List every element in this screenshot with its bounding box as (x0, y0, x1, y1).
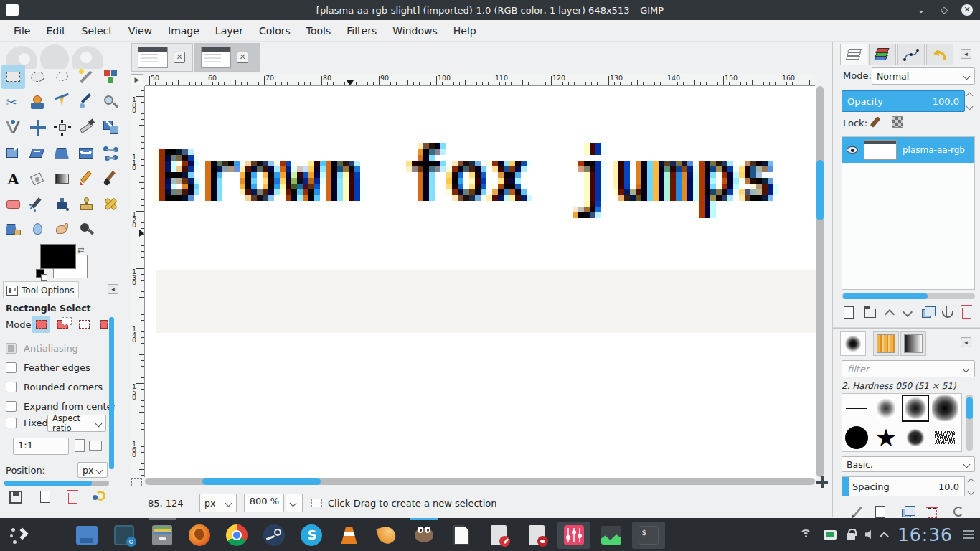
lock-alpha-icon[interactable] (892, 116, 903, 128)
tool-text[interactable]: A (1, 166, 25, 191)
duplicate-brush-button[interactable] (902, 509, 911, 517)
tool-ink[interactable] (50, 192, 74, 217)
tool-clone[interactable] (75, 192, 98, 217)
expand-tray-icon[interactable] (880, 532, 889, 541)
tool-scissors-select[interactable]: ✂ (1, 90, 25, 115)
tool-measure[interactable] (1, 116, 25, 140)
brush-star[interactable]: ★ (872, 423, 900, 452)
layer-mode-dropdown[interactable]: Normal (872, 67, 975, 85)
tab-paths[interactable] (897, 44, 925, 65)
raise-layer-button[interactable] (885, 309, 895, 319)
taskbar-app-text-editor[interactable] (482, 522, 515, 549)
tool-shear[interactable] (26, 141, 50, 166)
tab-undo-history[interactable] (926, 44, 953, 65)
mode-replace-button[interactable] (32, 316, 50, 333)
restore-presets-button[interactable] (40, 491, 50, 503)
tab-gradients[interactable] (900, 331, 926, 356)
brush-grid-vscrollbar[interactable] (966, 395, 973, 451)
tool-paths[interactable] (50, 90, 74, 115)
tab-tool-options[interactable]: Tool Options (3, 281, 79, 298)
tool-align[interactable] (50, 116, 74, 140)
portrait-button[interactable] (75, 439, 85, 452)
edit-brush-button[interactable] (853, 507, 862, 517)
maximize-icon[interactable]: ◇ (938, 4, 950, 16)
taskbar-app-audio-mixer[interactable] (557, 522, 590, 549)
collapse-dock-button[interactable]: ◂ (961, 337, 971, 347)
taskbar-app-vlc[interactable] (333, 522, 366, 549)
tab-channels[interactable] (869, 44, 896, 65)
canvas-hscrollbar[interactable] (145, 478, 815, 485)
tool-perspective[interactable] (50, 141, 74, 166)
tab-patterns[interactable] (873, 331, 899, 356)
checkbox-expand-from-center[interactable] (6, 401, 17, 412)
delete-brush-button[interactable] (928, 507, 937, 518)
quick-mask-toggle[interactable] (131, 478, 142, 486)
mode-add-button[interactable] (53, 316, 72, 333)
fixed-checkbox[interactable] (6, 418, 17, 428)
layer-list-hscrollbar[interactable] (842, 293, 975, 299)
canvas-vscrollbar[interactable] (816, 86, 824, 477)
brush-scribble[interactable] (930, 423, 959, 452)
opacity-slider[interactable]: Opacity 100.0 (842, 90, 965, 112)
close-icon[interactable]: ✕ (237, 52, 248, 63)
fixed-dropdown[interactable]: Aspect ratio (47, 415, 106, 432)
taskbar-app-gimp[interactable] (407, 522, 440, 549)
menu-tools[interactable]: Tools (298, 22, 339, 39)
image-tab-1[interactable]: ✕ (131, 43, 193, 72)
tool-ellipse-select[interactable] (26, 65, 50, 89)
image-tab-2[interactable]: ✕ (194, 43, 260, 72)
menu-colors[interactable]: Colors (251, 22, 298, 39)
volume-icon[interactable] (865, 530, 871, 539)
delete-layer-button[interactable] (962, 308, 971, 319)
collapse-dock-button[interactable]: ◂ (961, 49, 971, 59)
zoom-input[interactable]: 800 % (244, 494, 284, 512)
tool-options-hscrollbar[interactable] (4, 481, 109, 486)
tab-layers[interactable] (840, 44, 867, 65)
brush-line[interactable] (842, 394, 871, 423)
ruler-menu-button[interactable]: ▶ (131, 74, 143, 85)
vscrollbar-thumb[interactable] (816, 160, 824, 220)
tool-flip[interactable] (75, 141, 98, 166)
brush-filter-input[interactable]: filter (842, 360, 975, 377)
menu-windows[interactable]: Windows (385, 22, 446, 39)
menu-file[interactable]: File (6, 22, 38, 39)
menu-filters[interactable]: Filters (339, 22, 385, 39)
tool-smudge[interactable] (50, 217, 74, 242)
lower-layer-button[interactable] (903, 307, 913, 317)
taskbar-app-libreoffice-document[interactable] (445, 522, 478, 549)
landscape-button[interactable] (89, 441, 102, 451)
menu-help[interactable]: Help (446, 22, 484, 39)
tool-pencil[interactable] (75, 166, 98, 191)
brush-soft-dot-small[interactable] (872, 394, 900, 423)
tool-crop[interactable] (75, 116, 98, 140)
clock[interactable]: 16:36 (897, 524, 953, 545)
lock-pixels-icon[interactable] (870, 116, 881, 128)
taskbar-app-fruit-app[interactable] (370, 522, 403, 549)
taskbar-app-tablet-settings[interactable] (108, 522, 141, 549)
panel-menu-icon[interactable] (963, 530, 974, 539)
tool-move[interactable] (26, 116, 50, 140)
clipboard-icon[interactable] (824, 530, 837, 540)
menu-layer[interactable]: Layer (207, 22, 251, 39)
taskbar-app-firefox[interactable] (183, 522, 216, 549)
reset-tool-options-button[interactable] (95, 491, 105, 501)
tool-perspective-clone[interactable] (1, 217, 25, 242)
refresh-brushes-button[interactable] (953, 507, 963, 517)
opacity-spinner[interactable] (965, 90, 974, 112)
spacing-spinner[interactable] (966, 476, 976, 496)
checkbox-feather-edges[interactable] (6, 362, 17, 373)
tool-fuzzy-select[interactable] (75, 65, 98, 89)
unit-dropdown[interactable]: px (199, 494, 237, 512)
wifi-icon[interactable] (799, 529, 814, 540)
horizontal-ruler[interactable]: 5060708090100110120130140150160 (145, 74, 815, 86)
tool-options-vscrollbar[interactable] (109, 317, 114, 469)
navigation-pan-icon[interactable] (816, 476, 828, 488)
tab-brushes[interactable] (840, 331, 866, 356)
aspect-ratio-input[interactable]: 1:1 (13, 438, 69, 455)
brush-soft-dot-large[interactable] (930, 394, 959, 423)
tool-select-by-color[interactable] (99, 65, 123, 89)
tool-dodge-burn[interactable] (75, 217, 98, 242)
tool-foreground-select[interactable] (26, 90, 50, 115)
hscrollbar-thumb[interactable] (202, 478, 321, 485)
tool-gradient[interactable] (50, 166, 74, 191)
